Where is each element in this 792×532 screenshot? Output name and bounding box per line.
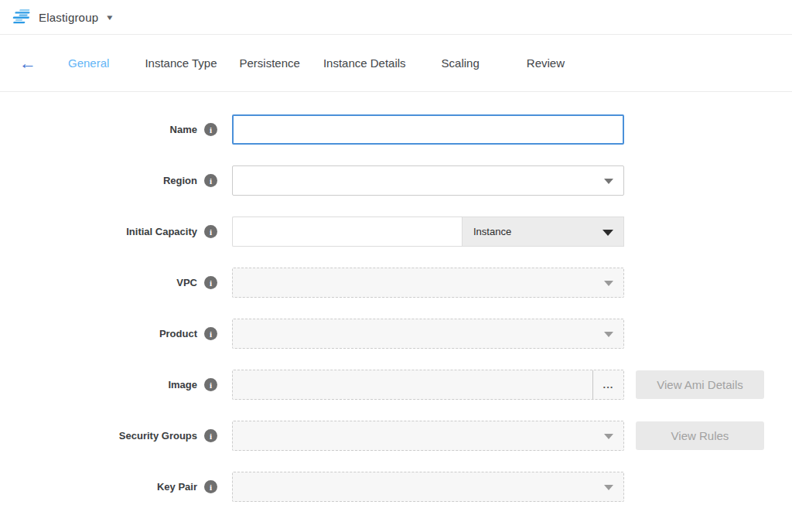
- caret-down-icon: [604, 434, 613, 439]
- caret-down-icon: [604, 485, 613, 490]
- capacity-unit-select[interactable]: Instance: [462, 217, 624, 247]
- form-row-name: Name i: [0, 114, 792, 145]
- tab-review[interactable]: Review: [527, 56, 565, 70]
- tab-persistence[interactable]: Persistence: [240, 56, 300, 70]
- tab-general[interactable]: General: [68, 56, 109, 70]
- caret-down-icon: [603, 230, 613, 236]
- general-settings-form: Name i Region i Initial Capacity i Inst: [0, 92, 792, 502]
- wizard-tabs: General Instance Type Persistence Instan…: [68, 56, 565, 70]
- security-groups-select: [232, 421, 624, 451]
- caret-down-icon: [604, 281, 613, 286]
- product-label: Product: [159, 328, 197, 339]
- form-row-region: Region i: [0, 165, 792, 196]
- view-rules-button[interactable]: View Rules: [636, 421, 764, 450]
- tab-instance-details[interactable]: Instance Details: [323, 56, 406, 70]
- info-icon[interactable]: i: [204, 327, 217, 340]
- initial-capacity-label: Initial Capacity: [126, 226, 197, 237]
- region-select[interactable]: [232, 165, 624, 196]
- wizard-tabbar: ← General Instance Type Persistence Inst…: [0, 35, 792, 92]
- info-icon[interactable]: i: [204, 174, 217, 187]
- tab-instance-type[interactable]: Instance Type: [145, 56, 217, 70]
- key-pair-label: Key Pair: [157, 481, 197, 493]
- image-field-value: [233, 370, 592, 399]
- view-ami-details-button[interactable]: View Ami Details: [636, 370, 764, 399]
- app-switcher[interactable]: Elastigroup ▾: [11, 8, 112, 26]
- image-field: ...: [232, 370, 624, 400]
- form-row-image: Image i ... View Ami Details: [0, 370, 792, 400]
- vpc-label: VPC: [176, 277, 197, 288]
- info-icon[interactable]: i: [204, 429, 217, 442]
- region-label: Region: [163, 175, 197, 186]
- app-title: Elastigroup: [39, 11, 98, 24]
- form-row-vpc: VPC i: [0, 268, 792, 298]
- security-groups-label: Security Groups: [119, 430, 197, 442]
- info-icon[interactable]: i: [204, 276, 217, 289]
- form-row-product: Product i: [0, 319, 792, 349]
- name-label: Name: [170, 124, 197, 135]
- image-label: Image: [168, 379, 197, 390]
- info-icon[interactable]: i: [204, 225, 217, 238]
- vpc-select: [232, 268, 624, 298]
- app-switcher-caret-icon: ▾: [107, 12, 112, 22]
- caret-down-icon: [604, 332, 613, 337]
- initial-capacity-input[interactable]: [232, 217, 462, 247]
- form-row-initial-capacity: Initial Capacity i Instance: [0, 217, 792, 247]
- topbar: Elastigroup ▾: [0, 0, 792, 35]
- elastigroup-logo-icon: [11, 8, 31, 26]
- name-input[interactable]: [232, 114, 624, 145]
- form-row-key-pair: Key Pair i: [0, 472, 792, 502]
- caret-down-icon: [604, 179, 613, 184]
- info-icon[interactable]: i: [204, 123, 217, 136]
- key-pair-select: [232, 472, 624, 502]
- info-icon[interactable]: i: [204, 378, 217, 391]
- capacity-unit-value: Instance: [473, 226, 511, 237]
- image-browse-button[interactable]: ...: [592, 370, 623, 399]
- info-icon[interactable]: i: [204, 480, 217, 493]
- tab-scaling[interactable]: Scaling: [442, 56, 480, 70]
- product-select: [232, 319, 624, 349]
- form-row-security-groups: Security Groups i View Rules: [0, 421, 792, 451]
- back-button[interactable]: ←: [12, 53, 43, 73]
